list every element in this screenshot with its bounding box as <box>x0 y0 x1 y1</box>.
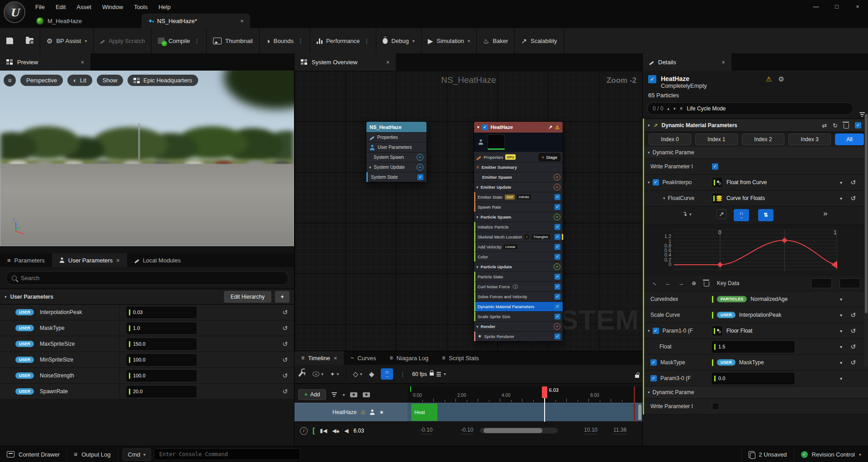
camera-icon[interactable] <box>350 392 357 397</box>
detail-row-floatcurve[interactable]: ▾FloatCurveCurve for Floats▾↺ <box>644 191 868 206</box>
working-range-start[interactable]: -0.10 <box>420 427 432 434</box>
search-input[interactable]: Search <box>5 271 289 285</box>
value-checkbox[interactable]: ✓ <box>712 163 718 170</box>
add-parameter-button[interactable]: + <box>275 291 289 303</box>
next-result-icon[interactable]: ▾ <box>674 106 676 111</box>
fit-horizontal-button[interactable]: ∩↔ <box>734 209 749 221</box>
detail-row-peakinterpo[interactable]: ▾✓PeakInterpoFloat from Curve▾↺ <box>644 175 868 191</box>
browse-button[interactable] <box>19 28 40 53</box>
system-node-row-user-parameters[interactable]: User Parameters <box>366 142 427 152</box>
key-value-input[interactable] <box>840 278 860 288</box>
close-icon[interactable]: × <box>721 59 725 66</box>
index-button-0[interactable]: Index 0 <box>649 133 691 145</box>
tab-user-parameters[interactable]: User Parameters× <box>52 253 127 267</box>
curve-template-button[interactable]: ↴ ▾ <box>682 210 692 217</box>
emitter-row-scale-sprite-size[interactable]: Scale Sprite Size✓ <box>474 311 563 321</box>
dropdown-caret-icon[interactable]: ▾ <box>840 344 842 349</box>
bp-assist-button[interactable]: ⚙BP Assist▾ <box>40 28 93 53</box>
compile-button[interactable]: Compile⋮ <box>152 28 206 53</box>
add-key-icon[interactable]: ⊕ <box>692 280 696 286</box>
content-drawer-button[interactable]: Content Drawer <box>0 446 67 462</box>
warning-icon[interactable]: ⚠ <box>766 75 772 83</box>
debug-button[interactable]: Debug▾ <box>376 28 421 53</box>
row-checkbox[interactable]: ✓ <box>650 375 657 381</box>
emitter-row-color[interactable]: Color✓ <box>474 252 563 262</box>
key-time-input[interactable] <box>811 278 832 288</box>
add-track-button[interactable]: +Add <box>298 389 326 400</box>
tab-script-stats[interactable]: ≡Script Stats <box>435 351 485 365</box>
reset-icon[interactable]: ↺ <box>282 324 288 332</box>
delete-key-icon[interactable] <box>704 281 709 286</box>
filter-icon[interactable] <box>332 392 337 397</box>
close-icon[interactable]: × <box>334 355 337 362</box>
param-value-input[interactable]: 100.0 <box>127 354 196 366</box>
tab-curves[interactable]: ~Curves <box>344 351 383 365</box>
reset-icon[interactable]: ↺ <box>850 179 856 186</box>
working-range-end[interactable]: 11.36 <box>613 427 626 434</box>
preview-viewport[interactable]: ≡ Perspective ◐Lit Show Epic Headquarter… <box>0 71 294 246</box>
detail-row-masktype[interactable]: ✓MaskTypeUSERMaskType▾↺ <box>644 355 868 371</box>
detail-row-dynamic-parame[interactable]: ▾Dynamic Parame <box>644 386 868 399</box>
emitter-track-bar[interactable]: Heat <box>408 403 642 421</box>
add-stage-button[interactable]: +Stage <box>539 153 560 161</box>
fps-label[interactable]: 60 fps <box>412 371 427 377</box>
emitter-enabled-checkbox[interactable]: ✓ <box>482 124 488 130</box>
emitter-node[interactable]: ▾ ✓ HeatHaze ↗ ⚠ Properties GPU +Stage ≡… <box>474 121 563 342</box>
keyframe-options-button[interactable]: ◇▾ <box>353 370 362 378</box>
open-curve-editor-icon[interactable]: ↗ <box>716 209 726 219</box>
enabled-checkbox[interactable]: ✓ <box>555 314 560 319</box>
tab-material-asset[interactable]: M_HeatHaze <box>30 14 88 28</box>
reset-icon[interactable]: ↺ <box>850 359 856 366</box>
collapse-caret-icon[interactable]: ▾ <box>648 123 650 128</box>
value-text[interactable]: Float from Curve <box>726 179 767 186</box>
unreal-logo-icon[interactable]: U <box>4 1 25 23</box>
details-search-bar[interactable]: 0 / 0 ▴ ▾ × Life Cycle Mode <box>647 102 853 115</box>
param-value-input[interactable]: 20.0 <box>127 386 196 397</box>
module-enabled-checkbox[interactable]: ✓ <box>855 122 861 129</box>
timeline-playback-options-button[interactable]: ✦▾ <box>330 371 339 377</box>
close-button[interactable]: × <box>847 0 868 14</box>
value-text[interactable]: Curve for Floats <box>726 195 765 201</box>
enabled-checkbox[interactable]: ✓ <box>555 234 560 240</box>
value-text[interactable]: InterpolationPeak <box>739 312 781 318</box>
previous-key-button[interactable]: ◀◆ <box>332 428 339 434</box>
simulation-button[interactable]: ▶Simulation▾ <box>422 28 476 53</box>
tab-niagara-log[interactable]: ≡Niagara Log <box>383 351 435 365</box>
menu-edit[interactable]: Edit <box>50 2 71 12</box>
randomize-icon[interactable]: ⇄ <box>822 122 827 129</box>
emitter-row-emitter-update[interactable]: ▾Emitter Update+ <box>474 182 563 192</box>
viewport-menu-icon[interactable]: ≡ <box>4 74 16 86</box>
emitter-row-particle-update[interactable]: ▾Particle Update+ <box>474 262 563 271</box>
detail-row-param1-0-f[interactable]: ▾✓Param1-0 (FFloor Float▾↺ <box>644 323 868 339</box>
refresh-icon[interactable]: ↻ <box>833 122 838 129</box>
tab-preview[interactable]: Preview × <box>0 53 90 71</box>
snap-button[interactable]: ∩↔ <box>381 368 393 380</box>
system-node-header[interactable]: NS_HeatHaze <box>366 122 427 132</box>
enabled-checkbox[interactable]: ✓ <box>555 304 560 310</box>
float-curve[interactable] <box>674 229 837 271</box>
detail-row-write-parameter-i[interactable]: Write Parameter I✓ <box>644 159 868 175</box>
fps-lock-icon[interactable] <box>430 372 434 376</box>
dropdown-caret-icon[interactable]: ▾ <box>840 297 842 302</box>
record-icon[interactable]: [ <box>313 427 315 435</box>
bounds-button[interactable]: ◑Bounds⋮ <box>260 28 310 53</box>
value-text[interactable]: MaskType <box>739 359 764 366</box>
curve-editor[interactable]: 1.210.80.60.40.20 01 <box>644 225 868 276</box>
row-checkbox[interactable]: ✓ <box>653 328 659 334</box>
system-node-row-system-spawn[interactable]: System Spawn+ <box>366 152 427 162</box>
dropdown-caret-icon[interactable]: ▾ <box>840 376 842 381</box>
enabled-checkbox[interactable]: ✓ <box>417 174 423 180</box>
timeline-ruler[interactable]: 0.002.004.008.00 6.03 <box>408 386 642 403</box>
tab-local-modules[interactable]: Local Modules <box>127 253 188 267</box>
reset-icon[interactable]: ↺ <box>282 356 288 363</box>
current-time[interactable]: 6.03 <box>354 428 364 434</box>
layers-icon[interactable] <box>436 372 441 376</box>
enabled-checkbox[interactable]: ✓ <box>555 333 560 339</box>
emitter-row-particle-spawn[interactable]: ▾Particle Spawn+ <box>474 212 563 222</box>
dropdown-caret-icon[interactable]: ▾ <box>840 196 842 201</box>
reset-icon[interactable]: ↺ <box>282 388 288 395</box>
previous-result-icon[interactable]: ▴ <box>667 106 669 111</box>
menu-file[interactable]: File <box>30 2 50 12</box>
delete-icon[interactable] <box>844 124 849 129</box>
index-button-2[interactable]: Index 2 <box>742 133 784 145</box>
